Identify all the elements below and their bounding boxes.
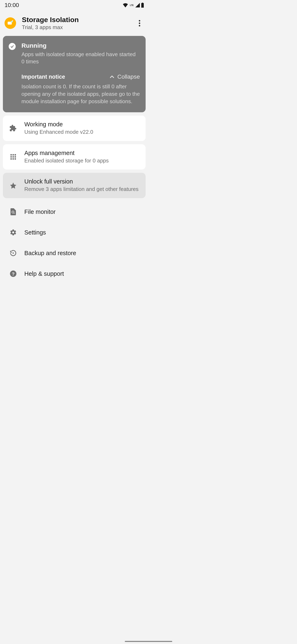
wifi-icon xyxy=(122,3,128,8)
svg-rect-10 xyxy=(15,156,16,158)
collapse-button[interactable]: Collapse xyxy=(109,74,140,80)
svg-rect-0 xyxy=(141,3,144,8)
svg-rect-1 xyxy=(142,3,143,3)
more-menu-button[interactable] xyxy=(135,18,144,28)
help-support-label: Help & support xyxy=(24,270,64,277)
svg-rect-12 xyxy=(12,158,14,160)
svg-rect-13 xyxy=(15,158,16,160)
status-card[interactable]: Running Apps with isolated storage enabl… xyxy=(3,36,146,112)
grid-icon xyxy=(9,152,18,162)
help-icon: ? xyxy=(9,269,18,278)
working-mode-card[interactable]: Working mode Using Enhanced mode v22.0 xyxy=(3,116,146,141)
clock: 10:00 xyxy=(4,2,19,8)
battery-icon xyxy=(141,3,144,8)
network-label: LTE xyxy=(130,4,134,6)
app-icon xyxy=(4,17,16,29)
svg-rect-5 xyxy=(10,154,12,156)
working-mode-sub: Using Enhanced mode v22.0 xyxy=(24,128,140,136)
svg-rect-8 xyxy=(10,156,12,158)
app-titles: Storage Isolation Trial, 3 apps max xyxy=(22,16,135,30)
star-icon xyxy=(9,181,18,190)
notice-title: Important notice xyxy=(21,74,65,80)
status-bar: 10:00 LTE xyxy=(0,0,148,10)
file-monitor-label: File monitor xyxy=(24,208,56,215)
more-vert-icon xyxy=(139,20,140,26)
unlock-title: Unlock full version xyxy=(24,178,140,185)
gear-icon xyxy=(9,228,18,237)
unlock-full-card[interactable]: Unlock full version Remove 3 apps limita… xyxy=(3,173,146,198)
chevron-up-icon xyxy=(109,75,114,78)
file-search-icon xyxy=(9,207,18,216)
notice-text: Isolation count is 0. If the count is st… xyxy=(21,83,140,105)
puzzle-icon xyxy=(9,124,18,133)
status-heading: Running xyxy=(21,42,140,49)
collapse-label: Collapse xyxy=(117,74,140,80)
svg-rect-9 xyxy=(12,156,14,158)
svg-rect-11 xyxy=(10,158,12,160)
settings-row[interactable]: Settings xyxy=(3,222,146,243)
svg-text:?: ? xyxy=(12,271,15,276)
apps-management-card[interactable]: Apps management Enabled isolated storage… xyxy=(3,144,146,170)
apps-management-sub: Enabled isolated storage for 0 apps xyxy=(24,157,140,164)
app-title: Storage Isolation xyxy=(22,16,135,24)
backup-restore-row[interactable]: Backup and restore xyxy=(3,243,146,264)
status-icons: LTE xyxy=(122,3,144,8)
signal-icon xyxy=(135,3,140,8)
status-text: Apps with isolated storage enabled have … xyxy=(21,51,140,65)
working-mode-title: Working mode xyxy=(24,121,140,128)
settings-label: Settings xyxy=(24,229,46,236)
app-header: Storage Isolation Trial, 3 apps max xyxy=(0,10,148,36)
app-subtitle: Trial, 3 apps max xyxy=(22,24,135,30)
svg-rect-6 xyxy=(12,154,14,156)
check-circle-icon xyxy=(9,43,16,50)
restore-icon xyxy=(9,248,18,258)
apps-management-title: Apps management xyxy=(24,150,140,156)
file-monitor-row[interactable]: File monitor xyxy=(3,202,146,222)
svg-point-16 xyxy=(12,252,14,254)
svg-rect-7 xyxy=(15,154,16,156)
help-support-row[interactable]: ? Help & support xyxy=(3,264,146,284)
unlock-sub: Remove 3 apps limitation and get other f… xyxy=(24,186,140,193)
backup-restore-label: Backup and restore xyxy=(24,250,76,256)
